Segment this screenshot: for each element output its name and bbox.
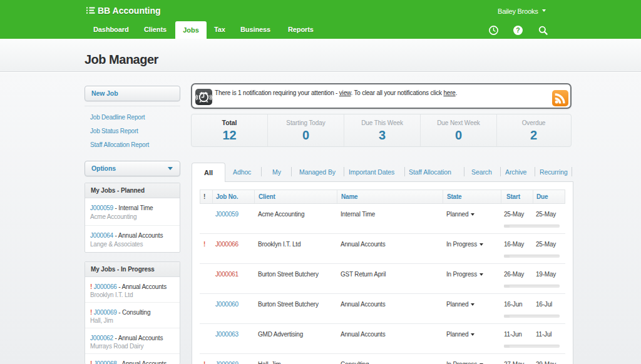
svg-text:?: ? (516, 26, 520, 34)
